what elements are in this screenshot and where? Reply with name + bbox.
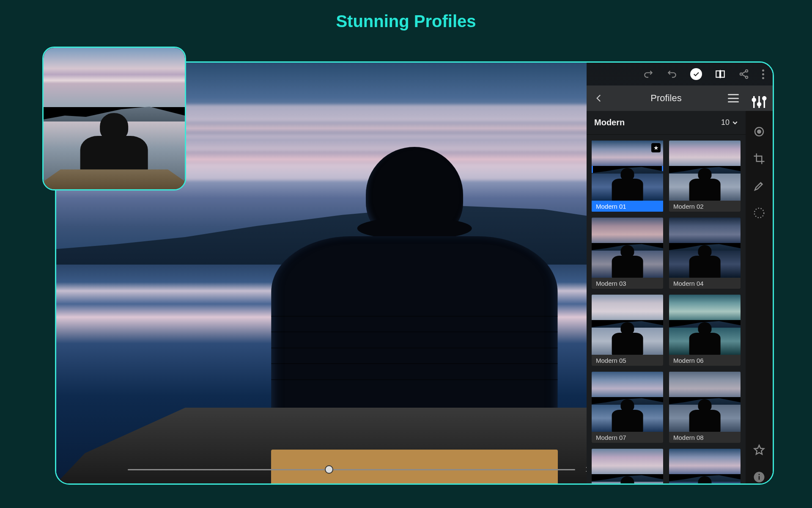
radial-gradient-icon[interactable] [753, 207, 765, 219]
svg-point-13 [763, 97, 766, 100]
healing-brush-icon[interactable] [753, 179, 765, 192]
svg-rect-0 [716, 71, 720, 77]
profile-thumb-label: Modern 07 [592, 432, 663, 443]
profile-thumb[interactable]: ★Modern 01 [592, 141, 663, 212]
profile-thumb-label: Modern 01 [592, 201, 663, 212]
panel-menu-button[interactable] [728, 94, 739, 102]
svg-rect-19 [759, 474, 760, 475]
profile-group-name: Modern [594, 118, 625, 127]
editor-topbar [587, 63, 773, 86]
undo-icon[interactable] [667, 69, 678, 80]
redo-icon[interactable] [643, 69, 654, 80]
profile-thumb-label: Modern 08 [669, 432, 741, 443]
svg-point-5 [746, 76, 748, 78]
tool-rail [746, 86, 773, 483]
panel-header: Profiles [587, 86, 746, 111]
accept-edits-button[interactable] [690, 68, 702, 80]
profile-thumb[interactable]: Modern 09 [592, 449, 663, 483]
target-icon[interactable] [753, 125, 765, 138]
back-button[interactable] [593, 93, 604, 104]
crop-icon[interactable] [753, 152, 765, 165]
profile-group-selector[interactable]: Modern 10 [587, 111, 746, 135]
svg-point-16 [754, 208, 764, 218]
profile-thumb[interactable]: Modern 05 [592, 295, 663, 366]
favorite-badge-icon: ★ [651, 143, 661, 152]
svg-rect-1 [721, 71, 724, 77]
profile-thumb-label: Modern 05 [592, 355, 663, 366]
svg-point-3 [746, 70, 748, 72]
caret-down-icon [732, 120, 738, 126]
share-icon[interactable] [738, 69, 749, 80]
svg-rect-18 [759, 476, 760, 480]
profile-thumb-label: Modern 06 [669, 355, 741, 366]
star-icon[interactable] [753, 444, 765, 456]
profile-thumb[interactable]: Modern 10 [669, 449, 741, 483]
more-vertical-icon[interactable] [762, 69, 764, 79]
before-after-icon[interactable] [715, 69, 726, 80]
profile-thumb[interactable]: Modern 07 [592, 372, 663, 443]
profile-group-count: 10 [721, 118, 738, 127]
profile-thumb[interactable]: Modern 02 [669, 141, 741, 212]
svg-line-7 [742, 75, 746, 77]
profile-thumbnail-grid: ★Modern 01Modern 02Modern 03Modern 04Mod… [587, 135, 746, 483]
svg-point-4 [740, 73, 742, 75]
panel-title: Profiles [610, 93, 722, 104]
svg-line-6 [742, 72, 746, 74]
svg-point-11 [752, 98, 755, 101]
adjust-sliders-icon[interactable] [746, 86, 773, 111]
original-photo-inset [42, 47, 186, 190]
profile-amount-slider[interactable]: 139.0 [128, 463, 615, 476]
svg-point-15 [757, 130, 761, 133]
profile-thumb-label: Modern 03 [592, 278, 663, 289]
profile-thumb[interactable]: Modern 03 [592, 218, 663, 289]
info-icon[interactable] [753, 471, 765, 483]
slider-handle[interactable] [325, 465, 333, 474]
profile-thumb[interactable]: Modern 06 [669, 295, 741, 366]
profile-thumb[interactable]: Modern 04 [669, 218, 741, 289]
marketing-headline: Stunning Profiles [336, 12, 476, 31]
profile-thumb[interactable]: Modern 08 [669, 372, 741, 443]
profile-thumb-label: Modern 04 [669, 278, 741, 289]
profiles-panel: Profiles Modern 10 ★Modern 01Modern 02Mo… [587, 86, 746, 483]
profile-thumb-label: Modern 02 [669, 201, 741, 212]
svg-point-12 [758, 103, 761, 106]
